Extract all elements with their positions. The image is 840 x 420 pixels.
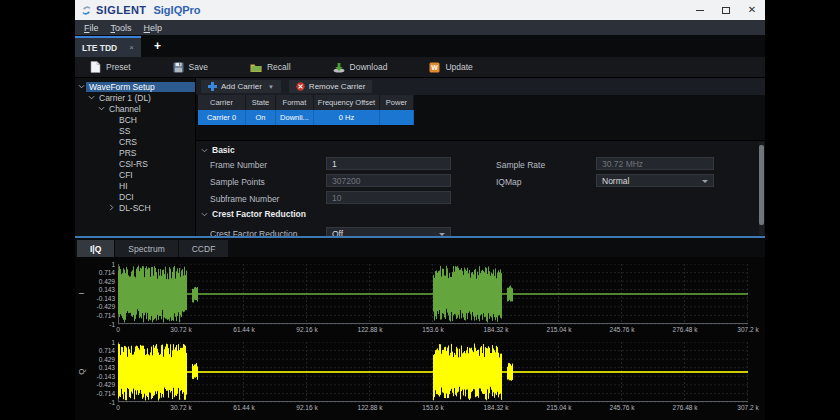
minimize-icon bbox=[696, 10, 704, 11]
section-crest-factor-reduction[interactable]: Crest Factor Reduction bbox=[201, 209, 306, 219]
remove-carrier-label: Remove Carrier bbox=[309, 82, 365, 91]
subframe-number-label: Subframe Number bbox=[210, 194, 279, 204]
y-tick-label: 0.143 bbox=[81, 364, 115, 371]
tree-item-csi-rs[interactable]: CSI-RS bbox=[75, 158, 195, 169]
chart-tab-spectrum[interactable]: Spectrum bbox=[115, 240, 177, 257]
tree-item-label: CFI bbox=[116, 170, 136, 180]
x-tick-label: 307.2 k bbox=[726, 404, 765, 411]
brand-name: SIGLENT bbox=[96, 4, 146, 16]
folder-icon bbox=[250, 62, 262, 73]
carrier-table-header: Carrier State Format Frequency Offset Po… bbox=[198, 95, 414, 110]
toolbar-button-label: Save bbox=[189, 62, 208, 72]
sample-rate-field: 30.72 MHz bbox=[596, 157, 714, 170]
tree-item-label: SS bbox=[116, 126, 133, 136]
subframe-number-field: 10 bbox=[326, 191, 451, 204]
chart-tab-ccdf[interactable]: CCDF bbox=[179, 240, 229, 257]
y-tick-label: 0.429 bbox=[81, 278, 115, 285]
col-power: Power bbox=[380, 95, 414, 110]
new-tab-button[interactable]: + bbox=[154, 39, 161, 53]
sample-rate-label: Sample Rate bbox=[496, 160, 545, 170]
col-carrier: Carrier bbox=[198, 95, 246, 110]
settings-scrollbar[interactable] bbox=[759, 142, 764, 235]
x-tick-label: 245.76 k bbox=[600, 404, 644, 411]
cell-frequency-offset[interactable]: 0 Hz bbox=[314, 110, 380, 125]
save-button[interactable]: Save bbox=[164, 60, 217, 75]
y-tick-label: -0.714 bbox=[81, 390, 115, 397]
settings-form: Basic Frame Number 1 Sample Rate 30.72 M… bbox=[196, 140, 765, 236]
remove-carrier-button[interactable]: Remove Carrier bbox=[289, 80, 372, 93]
x-tick-label: 61.44 k bbox=[222, 404, 266, 411]
update-icon: W bbox=[429, 62, 440, 73]
x-tick-label: 184.32 k bbox=[474, 404, 518, 411]
chart-tab-i-q[interactable]: I|Q bbox=[77, 240, 114, 257]
table-row[interactable]: Carrier 0 On Downli... 0 Hz bbox=[198, 110, 414, 125]
download-button[interactable]: Download bbox=[324, 60, 397, 75]
section-title: Crest Factor Reduction bbox=[212, 209, 306, 219]
recall-button[interactable]: Recall bbox=[241, 60, 300, 75]
frame-number-field[interactable]: 1 bbox=[326, 157, 451, 170]
chevron-down-icon[interactable] bbox=[77, 83, 86, 90]
tree-item-bch[interactable]: BCH bbox=[75, 114, 195, 125]
siglent-logo-icon bbox=[80, 4, 93, 17]
y-tick-label: 1 bbox=[81, 261, 115, 268]
main-content: WaveForm SetupCarrier 1 (DL)ChannelBCHSS… bbox=[75, 78, 765, 236]
chevron-down-icon[interactable] bbox=[87, 94, 96, 101]
menu-tools[interactable]: Tools bbox=[105, 23, 138, 33]
tab-close-icon[interactable]: × bbox=[129, 43, 134, 52]
cell-format[interactable]: Downli... bbox=[276, 110, 314, 125]
minimize-button[interactable] bbox=[687, 0, 713, 20]
close-button[interactable]: ✕ bbox=[739, 0, 765, 20]
tree-item-label: DCI bbox=[116, 192, 137, 202]
tree-item-label: BCH bbox=[116, 115, 140, 125]
cell-carrier[interactable]: Carrier 0 bbox=[198, 110, 246, 125]
plus-icon bbox=[208, 82, 217, 91]
x-tick-label: 276.48 k bbox=[663, 326, 707, 333]
tree-item-ss[interactable]: SS bbox=[75, 125, 195, 136]
tree-item-dci[interactable]: DCI bbox=[75, 191, 195, 202]
x-tick-label: 92.16 k bbox=[285, 404, 329, 411]
chevron-right-icon[interactable] bbox=[107, 204, 116, 211]
x-tick-label: 153.6 k bbox=[411, 404, 455, 411]
chevron-down-icon bbox=[201, 147, 208, 154]
app-name: SigIQPro bbox=[153, 4, 200, 16]
update-button[interactable]: WUpdate bbox=[420, 60, 481, 75]
sample-points-label: Sample Points bbox=[210, 177, 265, 187]
tree-item-hi[interactable]: HI bbox=[75, 180, 195, 191]
tree-item-carrier-1-dl[interactable]: Carrier 1 (DL) bbox=[75, 92, 195, 103]
chevron-down-icon[interactable] bbox=[97, 105, 106, 112]
tree-item-waveform-setup[interactable]: WaveForm Setup bbox=[75, 81, 195, 92]
scrollbar-thumb[interactable] bbox=[759, 145, 764, 225]
chart-area: I|QSpectrumCCDF I10.7140.4290.143-0.143-… bbox=[75, 238, 765, 420]
maximize-button[interactable] bbox=[713, 0, 739, 20]
menu-help[interactable]: Help bbox=[138, 23, 169, 33]
preset-button[interactable]: Preset bbox=[81, 59, 140, 75]
q-waveform bbox=[119, 344, 748, 401]
tree-item-dl-sch[interactable]: DL-SCH bbox=[75, 202, 195, 213]
document-icon bbox=[90, 61, 101, 73]
tree-item-label: PRS bbox=[116, 148, 139, 158]
iqmap-dropdown[interactable]: Normal bbox=[596, 174, 714, 187]
cell-state[interactable]: On bbox=[246, 110, 276, 125]
y-tick-label: -0.429 bbox=[81, 381, 115, 388]
tree-item-prs[interactable]: PRS bbox=[75, 147, 195, 158]
tree-item-channel[interactable]: Channel bbox=[75, 103, 195, 114]
close-icon: ✕ bbox=[748, 5, 756, 15]
x-tick-label: 276.48 k bbox=[663, 404, 707, 411]
tab-lte-tdd[interactable]: LTE TDD × bbox=[75, 36, 141, 57]
crest-factor-reduction-dropdown[interactable]: Off bbox=[326, 227, 451, 236]
menu-file[interactable]: File bbox=[78, 23, 105, 33]
toolbar-button-label: Download bbox=[350, 62, 388, 72]
tree-item-label: Carrier 1 (DL) bbox=[96, 93, 154, 103]
cell-power[interactable] bbox=[380, 110, 414, 125]
section-basic[interactable]: Basic bbox=[201, 145, 235, 155]
x-tick-label: 245.76 k bbox=[600, 326, 644, 333]
crest-factor-reduction-label: Crest Factor Reduction bbox=[210, 229, 297, 236]
add-carrier-button[interactable]: Add Carrier ▼ bbox=[201, 80, 281, 93]
y-tick-label: -0.143 bbox=[81, 373, 115, 380]
tree-item-crs[interactable]: CRS bbox=[75, 136, 195, 147]
x-tick-label: 61.44 k bbox=[222, 326, 266, 333]
carrier-toolbar: Add Carrier ▼ Remove Carrier bbox=[196, 78, 765, 95]
x-tick-label: 30.72 k bbox=[159, 326, 203, 333]
tree-item-cfi[interactable]: CFI bbox=[75, 169, 195, 180]
letterbox-background: SIGLENT SigIQPro ✕ FileToolsHelp LTE TDD… bbox=[0, 0, 840, 420]
